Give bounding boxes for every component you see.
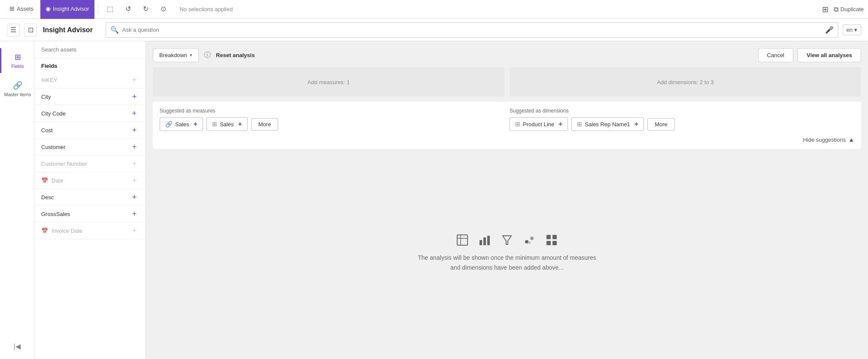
field-add-desc[interactable]: + xyxy=(130,193,139,201)
info-icon[interactable]: ⓘ xyxy=(204,51,211,60)
mic-icon[interactable]: 🎤 xyxy=(825,26,834,34)
insight-icon: ◉ xyxy=(46,5,51,12)
list-item: Cost + xyxy=(34,122,146,139)
field-label-city-code: City Code xyxy=(41,110,66,117)
master-items-icon: 🔗 xyxy=(13,81,22,90)
svg-point-8 xyxy=(530,237,534,240)
svg-rect-4 xyxy=(483,237,486,245)
panel-toggle-1[interactable]: ☰ xyxy=(7,24,20,37)
measures-suggestions-label: Suggested as measures xyxy=(160,108,504,114)
reset-label: Reset analysis xyxy=(216,52,255,58)
breakdown-button[interactable]: Breakdown ▾ xyxy=(153,48,199,62)
select-icon-4: ⊙ xyxy=(161,5,166,13)
nav-assets[interactable]: ⊞ Assets xyxy=(4,0,39,19)
panel-toggle-2[interactable]: ⊡ xyxy=(24,24,37,37)
empty-icons xyxy=(456,234,558,246)
measure-chip-sales-table[interactable]: ⊞ Sales + xyxy=(206,117,248,131)
list-item: City Code + xyxy=(34,105,146,122)
dimensions-chips: ⊞ Product Line + ⊞ Sales Rep Name1 + Mor… xyxy=(510,117,854,131)
sidebar-item-fields[interactable]: ⊞ Fields xyxy=(0,48,34,73)
measure-chip-sales-link[interactable]: 🔗 Sales + xyxy=(160,117,203,131)
list-item: GrossSales + xyxy=(34,206,146,222)
empty-grid-icon xyxy=(546,234,558,246)
empty-scatter-icon xyxy=(523,234,535,246)
hide-suggestions-label: Hide suggestions xyxy=(803,137,846,143)
nav-insight-advisor[interactable]: ◉ Insight Advisor xyxy=(40,0,94,19)
field-label-desc: Desc xyxy=(41,194,54,201)
search-icon: 🔍 xyxy=(110,26,119,34)
cancel-button[interactable]: Cancel xyxy=(758,48,793,62)
list-item: Desc + xyxy=(34,189,146,206)
fields-list: %KEY + City + City Code + Cost + Custome… xyxy=(34,72,146,359)
search-bar: 🔍 🎤 xyxy=(106,22,838,38)
field-add-gross-sales[interactable]: + xyxy=(130,210,139,218)
dimension-chip-sales-rep[interactable]: ⊞ Sales Rep Name1 + xyxy=(571,117,644,131)
suggestions-section: Suggested as measures 🔗 Sales + ⊞ Sales xyxy=(153,102,861,149)
svg-rect-5 xyxy=(487,236,490,245)
fields-panel: Fields %KEY + City + City Code + Cost + xyxy=(34,41,146,359)
field-label-gross-sales: GrossSales xyxy=(41,211,70,217)
top-nav: ⊞ Assets ◉ Insight Advisor ⬚ ↺ ↻ ⊙ No se… xyxy=(0,0,868,19)
chip-label-sales-1: Sales xyxy=(175,121,189,128)
sidebar-bottom: |◀ xyxy=(0,339,34,359)
main-layout: ⊞ Fields 🔗 Master items |◀ Fields %KEY + xyxy=(0,41,868,359)
field-label-customer: Customer xyxy=(41,144,65,150)
add-measures-box[interactable]: Add measures: 1 xyxy=(153,67,504,97)
advisor-title: Insight Advisor xyxy=(43,26,93,34)
field-add-invoice-date[interactable]: + xyxy=(130,226,139,235)
nav-select-tool-2[interactable]: ↺ xyxy=(120,0,136,19)
list-item: Customer + xyxy=(34,139,146,155)
fields-icon: ⊞ xyxy=(15,52,21,62)
chip-label-sales-2: Sales xyxy=(220,121,234,128)
hide-suggestions-row[interactable]: Hide suggestions ▲ xyxy=(160,136,854,143)
field-add-city-code[interactable]: + xyxy=(130,109,139,118)
breakdown-label: Breakdown xyxy=(159,52,187,58)
chip-add-sales-rep[interactable]: + xyxy=(634,120,638,128)
sidebar-collapse-button[interactable]: |◀ xyxy=(10,339,24,354)
field-add-customer[interactable]: + xyxy=(130,143,139,151)
invoice-date-calendar-icon: 📅 xyxy=(41,228,48,234)
fields-search-input[interactable] xyxy=(41,46,139,53)
toolbar-row: Breakdown ▾ ⓘ Reset analysis Cancel View… xyxy=(153,48,861,62)
field-add-cost[interactable]: + xyxy=(130,126,139,134)
chip-add-sales-1[interactable]: + xyxy=(194,120,197,128)
nav-separator xyxy=(98,4,98,15)
selections-label-container: No selections applied xyxy=(173,6,240,12)
field-add-date[interactable]: + xyxy=(130,176,139,185)
field-add-customer-number[interactable]: + xyxy=(130,159,139,168)
select-icon-2: ↺ xyxy=(125,5,131,13)
measures-more-button[interactable]: More xyxy=(251,118,279,131)
dimensions-more-button[interactable]: More xyxy=(647,118,675,131)
view-all-button[interactable]: View all analyses xyxy=(798,48,861,62)
svg-rect-11 xyxy=(552,235,557,239)
nav-select-tool-1[interactable]: ⬚ xyxy=(102,0,118,19)
grid-icon: ⊞ xyxy=(822,5,829,14)
field-label-city: City xyxy=(41,94,51,100)
duplicate-button[interactable]: ⧉ Duplicate xyxy=(834,6,864,13)
list-item: Customer Number + xyxy=(34,155,146,172)
table-icon-3: ⊞ xyxy=(577,121,582,128)
svg-rect-10 xyxy=(546,235,551,239)
search-input[interactable] xyxy=(122,27,822,33)
sidebar: ⊞ Fields 🔗 Master items |◀ xyxy=(0,41,34,359)
nav-select-tool-4[interactable]: ⊙ xyxy=(155,0,171,19)
field-add-city[interactable]: + xyxy=(130,92,139,101)
dimensions-more-label: More xyxy=(655,121,668,128)
reset-button[interactable]: Reset analysis xyxy=(216,52,255,58)
dimension-chip-product-line[interactable]: ⊞ Product Line + xyxy=(510,117,568,131)
fields-search-area xyxy=(34,41,146,58)
chip-add-sales-2[interactable]: + xyxy=(238,120,242,128)
field-label-cost: Cost xyxy=(41,127,53,134)
language-selector[interactable]: en ▾ xyxy=(843,24,861,35)
nav-select-tool-3[interactable]: ↻ xyxy=(138,0,154,19)
add-dimensions-box[interactable]: Add dimensions: 2 to 3 xyxy=(510,67,861,97)
cancel-label: Cancel xyxy=(767,52,784,58)
link-icon: 🔗 xyxy=(165,121,173,128)
sidebar-item-master-items[interactable]: 🔗 Master items xyxy=(0,76,34,101)
list-item: 📅 Invoice Date + xyxy=(34,222,146,239)
chip-add-product-line[interactable]: + xyxy=(558,120,562,128)
suggestions-row: Suggested as measures 🔗 Sales + ⊞ Sales xyxy=(160,108,854,131)
nav-insight-label: Insight Advisor xyxy=(53,6,89,12)
field-add-percent-key[interactable]: + xyxy=(130,76,139,84)
svg-point-7 xyxy=(525,240,528,243)
